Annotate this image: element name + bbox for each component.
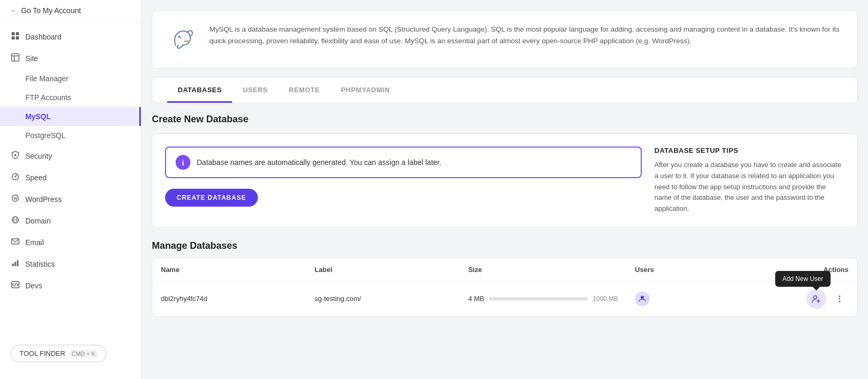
- create-db-left: i Database names are automatically gener…: [165, 147, 642, 215]
- back-arrow-icon: ←: [11, 7, 17, 14]
- back-label: Go To My Account: [21, 6, 81, 15]
- email-icon: [11, 237, 20, 247]
- sidebar-item-label: Statistics: [25, 260, 55, 268]
- db-size-max: 1000 MB: [593, 295, 618, 303]
- content-area: Create New Database i Database names are…: [141, 103, 868, 327]
- sidebar-nav: Dashboard Site File Manager FTP Accounts…: [0, 22, 141, 336]
- db-table: Name Label Size Users Actions dbl2ryhy4f…: [152, 258, 857, 316]
- sidebar-item-label: Domain: [25, 217, 51, 225]
- speed-icon: [11, 172, 20, 182]
- info-message: Database names are automatically generat…: [197, 158, 441, 167]
- table-header-row: Name Label Size Users Actions: [152, 258, 857, 281]
- sidebar-item-label: MySQL: [25, 112, 51, 121]
- svg-rect-4: [12, 54, 19, 61]
- col-label: Label: [306, 258, 459, 281]
- dashboard-icon: [11, 32, 20, 42]
- tips-title: DATABASE SETUP TIPS: [654, 147, 844, 154]
- sidebar-item-wordpress[interactable]: W WordPress: [0, 188, 141, 210]
- svg-rect-2: [12, 36, 15, 40]
- sidebar-item-label: Dashboard: [25, 33, 62, 41]
- sidebar-item-email[interactable]: Email: [0, 231, 141, 253]
- db-users: [626, 281, 713, 316]
- tips-text: After you create a database you have to …: [654, 160, 844, 215]
- db-actions: Add New User: [713, 281, 857, 316]
- svg-rect-1: [16, 32, 19, 35]
- sidebar-item-file-manager[interactable]: File Manager: [0, 69, 141, 88]
- create-database-button[interactable]: CREATE DATABASE: [165, 189, 258, 207]
- tab-users[interactable]: USERS: [232, 77, 278, 103]
- sidebar-item-postgresql[interactable]: PostgreSQL: [0, 126, 141, 145]
- col-size: Size: [460, 258, 626, 281]
- add-user-tooltip: Add New User: [775, 271, 831, 287]
- tool-finder-button[interactable]: TOOL FINDER CMD + K: [11, 345, 107, 362]
- db-size-used: 4 MB: [468, 295, 484, 303]
- svg-line-20: [15, 283, 16, 286]
- svg-point-27: [839, 298, 841, 299]
- sidebar-item-devs[interactable]: Devs: [0, 275, 141, 296]
- sidebar-item-label: File Manager: [25, 74, 69, 83]
- svg-rect-16: [12, 264, 14, 266]
- more-options-button[interactable]: [831, 290, 848, 308]
- add-user-button[interactable]: [806, 289, 826, 309]
- create-db-title: Create New Database: [152, 114, 857, 125]
- add-user-icon: [811, 294, 822, 304]
- go-to-my-account-button[interactable]: ← Go To My Account: [0, 0, 141, 22]
- col-name: Name: [152, 258, 306, 281]
- sidebar-item-speed[interactable]: Speed: [0, 167, 141, 188]
- create-db-tips: DATABASE SETUP TIPS After you create a d…: [654, 147, 844, 215]
- sidebar-footer: TOOL FINDER CMD + K: [0, 336, 141, 371]
- svg-rect-17: [15, 262, 16, 266]
- tool-finder-kbd: CMD + K: [70, 350, 98, 357]
- sidebar-item-site[interactable]: Site: [0, 47, 141, 69]
- sidebar-item-label: Devs: [25, 281, 42, 290]
- sidebar-item-label: PostgreSQL: [25, 131, 65, 140]
- wordpress-icon: W: [11, 194, 20, 204]
- db-name: dbl2ryhy4fc74d: [152, 281, 306, 316]
- sidebar-item-label: Speed: [25, 173, 46, 182]
- db-table-wrapper: Name Label Size Users Actions dbl2ryhy4f…: [152, 258, 857, 317]
- user-avatar: [635, 291, 650, 306]
- svg-rect-3: [16, 36, 19, 40]
- devs-icon: [11, 280, 20, 290]
- col-users: Users: [626, 258, 713, 281]
- domain-icon: [11, 216, 20, 226]
- statistics-icon: [11, 259, 20, 269]
- main-content: MySQL is a database management system ba…: [141, 0, 868, 379]
- svg-point-9: [15, 176, 16, 178]
- mysql-logo: [167, 24, 199, 55]
- action-icons: Add New User: [722, 289, 848, 309]
- svg-rect-0: [12, 32, 15, 35]
- info-box: i Database names are automatically gener…: [165, 147, 642, 178]
- tabs: DATABASES USERS REMOTE PHPMYADMIN: [167, 77, 842, 103]
- sidebar-item-label: FTP Accounts: [25, 93, 71, 102]
- sidebar: ← Go To My Account Dashboard: [0, 0, 141, 379]
- svg-rect-18: [17, 260, 18, 266]
- tabs-wrapper: DATABASES USERS REMOTE PHPMYADMIN: [152, 77, 857, 103]
- security-icon: [11, 151, 20, 161]
- sidebar-item-mysql[interactable]: MySQL: [0, 107, 141, 126]
- sidebar-item-statistics[interactable]: Statistics: [0, 253, 141, 275]
- svg-point-21: [179, 36, 180, 37]
- sidebar-item-label: Security: [25, 152, 52, 160]
- svg-point-22: [641, 296, 644, 299]
- info-icon: i: [176, 155, 190, 170]
- sidebar-item-domain[interactable]: Domain: [0, 210, 141, 231]
- add-user-tooltip-wrap: Add New User: [806, 289, 826, 309]
- tab-remote[interactable]: REMOTE: [278, 77, 331, 103]
- sidebar-item-dashboard[interactable]: Dashboard: [0, 26, 141, 47]
- svg-point-26: [839, 295, 841, 297]
- db-label: sg-testing.com/: [306, 281, 459, 316]
- tool-finder-label: TOOL FINDER: [20, 349, 65, 357]
- sidebar-item-ftp-accounts[interactable]: FTP Accounts: [0, 88, 141, 107]
- more-options-icon: [835, 294, 844, 304]
- svg-point-28: [839, 300, 841, 302]
- create-db-card: i Database names are automatically gener…: [152, 133, 857, 228]
- tab-phpmyadmin[interactable]: PHPMYADMIN: [330, 77, 400, 103]
- info-banner: MySQL is a database management system ba…: [152, 11, 857, 69]
- info-banner-text: MySQL is a database management system ba…: [209, 24, 842, 46]
- site-icon: [11, 53, 20, 63]
- manage-db-title: Manage Databases: [152, 240, 857, 251]
- svg-text:W: W: [14, 196, 18, 201]
- sidebar-item-security[interactable]: Security: [0, 145, 141, 167]
- tab-databases[interactable]: DATABASES: [167, 77, 232, 103]
